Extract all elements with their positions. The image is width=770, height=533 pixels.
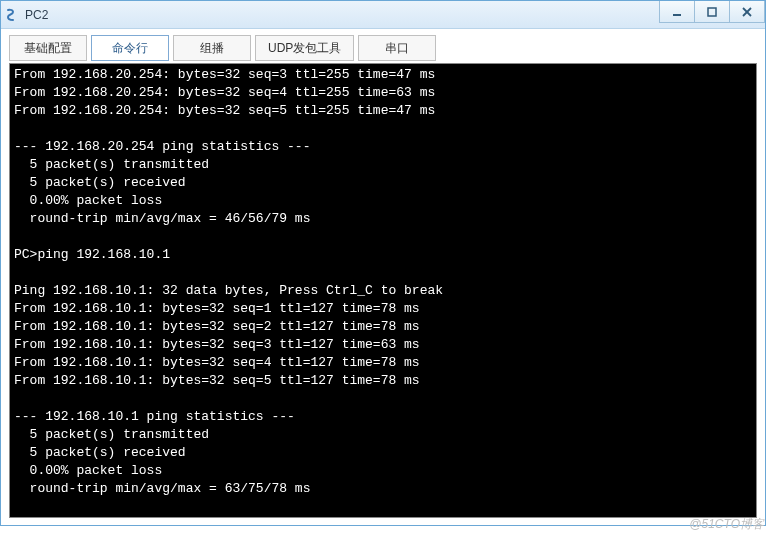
tab-serial[interactable]: 串口 (358, 35, 436, 61)
app-icon (5, 7, 21, 23)
maximize-icon (707, 7, 717, 17)
close-button[interactable] (729, 1, 765, 23)
close-icon (742, 7, 752, 17)
window-controls (660, 1, 765, 28)
minimize-button[interactable] (659, 1, 695, 23)
tab-udp-tool[interactable]: UDP发包工具 (255, 35, 354, 61)
minimize-icon (672, 7, 682, 17)
tab-command-line[interactable]: 命令行 (91, 35, 169, 61)
tab-bar: 基础配置 命令行 组播 UDP发包工具 串口 (1, 29, 765, 61)
watermark: @51CTO博客 (689, 516, 764, 533)
tab-multicast[interactable]: 组播 (173, 35, 251, 61)
terminal-output[interactable]: From 192.168.20.254: bytes=32 seq=3 ttl=… (9, 63, 757, 518)
app-window: PC2 基础配置 命令行 组播 UDP发包工具 串口 From 192.168.… (0, 0, 766, 526)
svg-rect-1 (708, 8, 716, 16)
maximize-button[interactable] (694, 1, 730, 23)
tab-basic-config[interactable]: 基础配置 (9, 35, 87, 61)
terminal-container: From 192.168.20.254: bytes=32 seq=3 ttl=… (1, 61, 765, 526)
titlebar: PC2 (1, 1, 765, 29)
window-title: PC2 (25, 8, 660, 22)
